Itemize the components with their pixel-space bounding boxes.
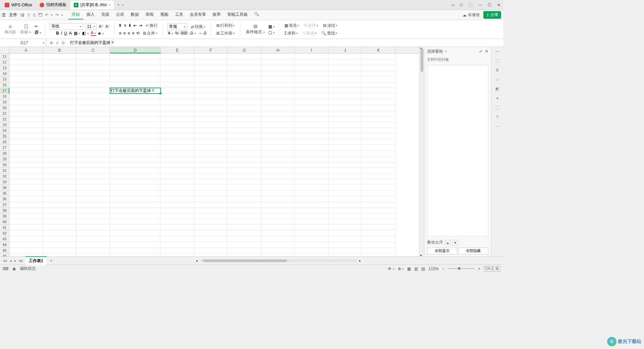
cell[interactable] xyxy=(261,128,295,134)
indent-decrease-icon[interactable]: ⇤ xyxy=(133,23,137,28)
col-header-E[interactable]: E xyxy=(161,47,194,53)
menu-tools[interactable]: 工具 xyxy=(172,10,186,19)
cell[interactable] xyxy=(261,139,295,145)
cell[interactable] xyxy=(328,156,362,162)
cell[interactable] xyxy=(228,128,261,134)
cell[interactable] xyxy=(76,128,110,134)
cell[interactable] xyxy=(328,122,362,128)
orientation-icon[interactable]: ⟲ xyxy=(136,31,140,36)
row-header[interactable]: 30 xyxy=(0,162,9,168)
cell[interactable] xyxy=(43,162,76,168)
cell[interactable] xyxy=(261,185,295,191)
cell[interactable] xyxy=(43,202,76,208)
sheet-first-icon[interactable]: ⏮ xyxy=(2,258,8,263)
cell[interactable] xyxy=(328,202,362,208)
cell[interactable] xyxy=(161,77,194,82)
cell[interactable] xyxy=(161,99,194,105)
align-center-icon[interactable]: ≡ xyxy=(123,31,125,36)
cell[interactable] xyxy=(43,253,76,256)
cell[interactable] xyxy=(295,71,328,77)
cell[interactable] xyxy=(9,196,43,202)
cell[interactable] xyxy=(261,168,295,173)
cell[interactable] xyxy=(261,219,295,225)
cell[interactable] xyxy=(295,82,328,88)
cell[interactable] xyxy=(261,105,295,111)
cell[interactable] xyxy=(76,116,110,122)
cell[interactable] xyxy=(261,242,295,248)
cell[interactable] xyxy=(228,88,261,94)
cell[interactable] xyxy=(295,173,328,179)
row-header[interactable]: 14 xyxy=(0,71,9,77)
menu-page[interactable]: 页面 xyxy=(98,10,113,19)
search-icon[interactable]: 🔍 xyxy=(251,10,263,19)
cell[interactable] xyxy=(328,59,362,65)
cell[interactable] xyxy=(228,82,261,88)
cell[interactable] xyxy=(362,253,395,256)
cell[interactable] xyxy=(228,202,261,208)
cell[interactable] xyxy=(295,242,328,248)
pin-icon[interactable]: ⤢ xyxy=(479,49,482,54)
cell[interactable] xyxy=(76,134,110,139)
cell[interactable] xyxy=(9,248,43,253)
col-header-K[interactable]: K xyxy=(362,47,395,53)
cell[interactable] xyxy=(76,99,110,105)
cell[interactable] xyxy=(261,122,295,128)
menu-efficiency[interactable]: 效率 xyxy=(209,10,224,19)
cell[interactable] xyxy=(43,236,76,242)
tab-menu-dropdown[interactable]: ▾ xyxy=(122,3,124,7)
cell[interactable] xyxy=(110,134,161,139)
more-rail-icon[interactable]: ⋯ xyxy=(495,124,499,129)
cell[interactable] xyxy=(194,173,228,179)
indent-increase-icon[interactable]: ⇥ xyxy=(139,23,142,28)
collapse-rail-icon[interactable]: — xyxy=(495,49,499,54)
cell[interactable] xyxy=(194,179,228,185)
cell[interactable] xyxy=(362,99,395,105)
align-top-icon[interactable]: ⬆ xyxy=(118,23,122,28)
close-panel-icon[interactable]: ✕ xyxy=(485,49,488,54)
cell[interactable] xyxy=(194,145,228,151)
cell[interactable] xyxy=(228,71,261,77)
cell[interactable] xyxy=(295,231,328,236)
cell[interactable] xyxy=(76,196,110,202)
cell[interactable] xyxy=(362,162,395,168)
cell[interactable] xyxy=(76,145,110,151)
cell[interactable] xyxy=(261,213,295,219)
cell[interactable] xyxy=(261,111,295,116)
cell[interactable] xyxy=(362,65,395,71)
cell[interactable] xyxy=(261,71,295,77)
cell[interactable] xyxy=(43,231,76,236)
view-page-icon[interactable]: ▥ xyxy=(414,266,418,271)
find-button[interactable]: 🔍 查找 ▾ xyxy=(320,30,339,37)
cell[interactable] xyxy=(228,122,261,128)
cell[interactable] xyxy=(76,139,110,145)
cell[interactable] xyxy=(228,179,261,185)
cell[interactable] xyxy=(328,173,362,179)
cell[interactable] xyxy=(328,248,362,253)
cell[interactable] xyxy=(328,105,362,111)
cell[interactable] xyxy=(194,242,228,248)
cell[interactable] xyxy=(9,139,43,145)
cell[interactable] xyxy=(43,191,76,196)
decimal-increase-icon[interactable]: .0→ xyxy=(190,31,197,36)
row-header[interactable]: 42 xyxy=(0,231,9,236)
row-header[interactable]: 22 xyxy=(0,116,9,122)
cell[interactable] xyxy=(362,105,395,111)
row-header[interactable]: 33 xyxy=(0,179,9,185)
cell[interactable] xyxy=(43,225,76,231)
cell[interactable] xyxy=(228,54,261,59)
cell[interactable] xyxy=(43,145,76,151)
cell[interactable] xyxy=(9,94,43,99)
cell[interactable] xyxy=(362,54,395,59)
cell[interactable] xyxy=(295,253,328,256)
cell[interactable] xyxy=(194,54,228,59)
cell[interactable] xyxy=(194,248,228,253)
cell[interactable] xyxy=(228,173,261,179)
cell[interactable] xyxy=(295,236,328,242)
cell[interactable] xyxy=(9,202,43,208)
cell[interactable] xyxy=(328,236,362,242)
cell[interactable] xyxy=(261,208,295,213)
row-header[interactable]: 20 xyxy=(0,105,9,111)
cell[interactable] xyxy=(328,253,362,256)
cell[interactable] xyxy=(43,173,76,179)
cell[interactable] xyxy=(110,54,161,59)
